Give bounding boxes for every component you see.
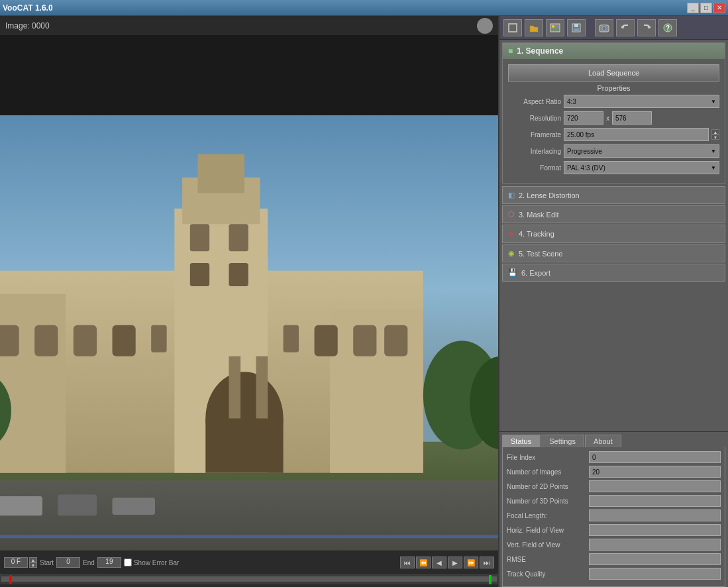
main-layout: Image: 0000: [0, 16, 728, 587]
status-content: File Index0Number of Images20Number of 2…: [502, 447, 725, 587]
left-panel: Image: 0000: [0, 16, 498, 587]
status-row: Track Quality: [507, 568, 721, 580]
open-button[interactable]: [525, 19, 543, 36]
status-field-label: RMSE: [507, 556, 586, 563]
lense-icon: ◧: [508, 191, 515, 199]
mask-label: 3. Mask Edit: [519, 211, 559, 219]
framerate-label: Framerate: [508, 131, 561, 138]
camera-button[interactable]: [595, 19, 613, 36]
help-button[interactable]: ?: [658, 19, 677, 36]
mask-edit-step[interactable]: ⬡ 3. Mask Edit: [502, 205, 725, 223]
svg-point-37: [552, 25, 554, 28]
resolution-w-input[interactable]: 720: [564, 111, 603, 125]
save-button[interactable]: [567, 19, 586, 36]
svg-rect-32: [0, 535, 498, 539]
export-label: 6. Export: [521, 269, 550, 277]
status-row: Number of 3D Points: [507, 495, 721, 507]
export-step[interactable]: 💾 6. Export: [502, 264, 725, 282]
resolution-h-input[interactable]: 576: [612, 111, 652, 125]
right-panel: ? ■ 1. Sequence Load Sequence Properties…: [498, 16, 728, 587]
fast-forward-button[interactable]: ⏩: [464, 557, 478, 568]
undo-button[interactable]: [616, 19, 635, 36]
redo-button[interactable]: [637, 19, 656, 36]
framerate-down[interactable]: ▼: [711, 134, 719, 140]
timeline-track[interactable]: [1, 574, 497, 584]
maximize-button[interactable]: □: [700, 3, 712, 13]
video-header: Image: 0000: [0, 16, 498, 36]
svg-rect-9: [0, 325, 19, 356]
show-error-bar-label: Show Error Bar: [134, 559, 179, 566]
go-to-start-button[interactable]: ⏮: [400, 557, 415, 568]
status-field-label: Number of 2D Points: [507, 483, 586, 490]
go-to-end-button[interactable]: ⏭: [480, 557, 494, 568]
svg-rect-16: [353, 325, 376, 356]
close-button[interactable]: ✕: [713, 3, 725, 13]
settings-tab[interactable]: Settings: [541, 435, 584, 447]
show-error-bar-group: Show Error Bar: [124, 559, 179, 566]
frame-up[interactable]: ▲: [29, 557, 37, 562]
svg-rect-30: [58, 495, 97, 516]
svg-rect-36: [550, 24, 560, 32]
tracking-label: 4. Tracking: [519, 230, 554, 238]
status-field-value: [589, 539, 721, 551]
sequence-header[interactable]: ■ 1. Sequence: [503, 43, 725, 59]
resolution-label: Resolution: [508, 115, 561, 122]
new-button[interactable]: [503, 19, 522, 36]
minimize-button[interactable]: _: [687, 3, 699, 13]
status-tab[interactable]: Status: [502, 435, 540, 447]
aspect-ratio-select[interactable]: 4:3 ▼: [564, 95, 719, 108]
status-field-label: Focal Length:: [507, 512, 586, 519]
start-frame-input[interactable]: 0: [56, 557, 80, 568]
sequence-section: ■ 1. Sequence Load Sequence Properties A…: [502, 42, 725, 184]
status-row: Vert. Field of View: [507, 539, 721, 551]
load-sequence-button[interactable]: Load Sequence: [508, 64, 719, 81]
format-select[interactable]: PAL 4:3 (DV) ▼: [564, 161, 719, 174]
svg-rect-31: [113, 498, 156, 515]
framerate-spinner[interactable]: ▲ ▼: [711, 129, 719, 140]
properties-header: Properties: [508, 81, 719, 95]
step-back-button[interactable]: ⏪: [416, 557, 431, 568]
framerate-input[interactable]: 25.00 fps: [564, 128, 709, 141]
status-row: File Index0: [507, 451, 721, 463]
svg-rect-12: [113, 325, 136, 356]
svg-rect-19: [205, 419, 283, 473]
timeline-ruler: [0, 574, 498, 584]
svg-rect-23: [229, 263, 248, 286]
image-button[interactable]: [546, 19, 564, 36]
frame-spinner[interactable]: ▲ ▼: [29, 557, 37, 568]
about-tab[interactable]: About: [585, 435, 621, 447]
svg-rect-14: [284, 325, 299, 352]
svg-rect-4: [0, 294, 66, 473]
next-frame-button[interactable]: ▶: [448, 557, 462, 568]
svg-rect-10: [34, 325, 58, 356]
svg-rect-28: [256, 356, 268, 419]
tracking-step[interactable]: ✚ 4. Tracking: [502, 225, 725, 243]
test-icon: ◉: [508, 249, 515, 258]
svg-rect-11: [74, 325, 97, 356]
framerate-row: Framerate 25.00 fps ▲ ▼: [508, 128, 719, 141]
aspect-ratio-label: Aspect Ratio: [508, 98, 561, 105]
window-controls: _ □ ✕: [687, 3, 725, 13]
framerate-up[interactable]: ▲: [711, 129, 719, 134]
status-field-value: [589, 509, 721, 521]
tracking-icon: ✚: [508, 229, 515, 239]
aspect-ratio-row: Aspect Ratio 4:3 ▼: [508, 95, 719, 108]
frame-down[interactable]: ▼: [29, 562, 37, 568]
video-indicator: [477, 18, 493, 34]
status-row: Number of Images20: [507, 466, 721, 478]
status-field-value: 0: [589, 451, 721, 463]
video-topbar: [0, 36, 498, 115]
end-frame-input[interactable]: 19: [97, 557, 121, 568]
status-field-value: 20: [589, 466, 721, 478]
test-scene-step[interactable]: ◉ 5. Test Scene: [502, 244, 725, 262]
svg-point-42: [602, 27, 606, 30]
svg-rect-29: [0, 496, 42, 515]
show-error-bar-checkbox[interactable]: [124, 559, 132, 566]
svg-rect-40: [574, 28, 579, 32]
status-field-label: Track Quality: [507, 570, 586, 578]
svg-rect-13: [151, 325, 166, 352]
prev-frame-button[interactable]: ◀: [432, 557, 446, 568]
interlacing-select[interactable]: Progressive ▼: [564, 144, 719, 158]
lense-distortion-step[interactable]: ◧ 2. Lense Distortion: [502, 186, 725, 204]
mask-icon: ⬡: [508, 210, 515, 219]
